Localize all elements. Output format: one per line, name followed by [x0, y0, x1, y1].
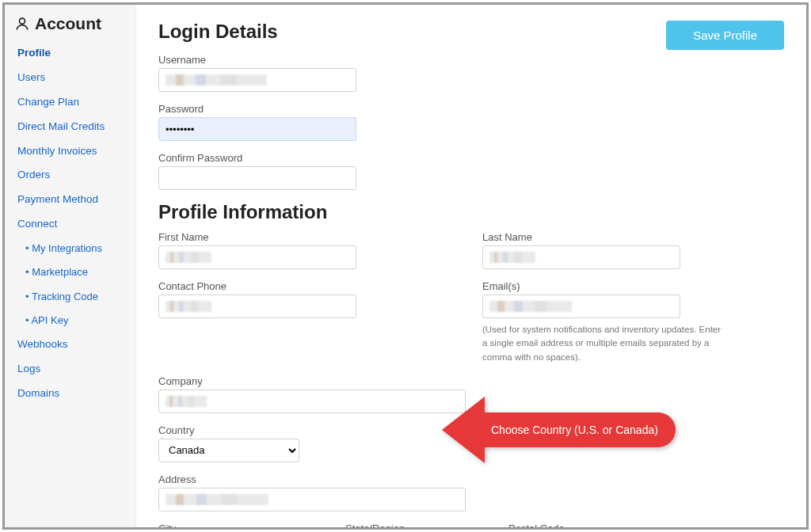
postal-group: Postal Code [508, 522, 627, 527]
first-name-label: First Name [158, 231, 460, 243]
sidebar-item-domains[interactable]: Domains [5, 382, 135, 406]
sidebar-item-payment-method[interactable]: Payment Method [5, 188, 135, 212]
password-label: Password [158, 103, 784, 115]
password-input[interactable] [158, 117, 356, 141]
sidebar-subitem-my-integrations[interactable]: My Integrations [5, 237, 135, 260]
account-icon [14, 15, 30, 32]
profile-information-heading: Profile Information [158, 201, 784, 223]
city-group: City [158, 522, 323, 527]
company-input[interactable] [158, 390, 466, 413]
app-frame: Account Profile Users Change Plan Direct… [2, 2, 809, 530]
emails-group: Email(s) (Used for system notifications … [482, 280, 784, 364]
sidebar-item-users[interactable]: Users [5, 66, 135, 90]
first-name-group: First Name [158, 231, 460, 269]
last-name-label: Last Name [482, 231, 784, 243]
sidebar: Account Profile Users Change Plan Direct… [5, 5, 136, 527]
svg-point-0 [20, 18, 25, 24]
sidebar-item-logs[interactable]: Logs [5, 357, 135, 382]
country-group: Country Canada [158, 424, 784, 462]
confirm-password-group: Confirm Password [158, 152, 784, 190]
username-input[interactable] [158, 68, 356, 92]
country-label: Country [158, 424, 784, 436]
contact-phone-label: Contact Phone [158, 280, 460, 292]
sidebar-item-profile[interactable]: Profile [5, 41, 135, 66]
contact-phone-group: Contact Phone [158, 280, 460, 364]
country-select[interactable]: Canada [158, 439, 299, 462]
sidebar-subitem-marketplace[interactable]: Marketplace [5, 260, 135, 284]
last-name-input[interactable] [482, 245, 680, 269]
address-input[interactable] [158, 488, 466, 511]
sidebar-item-change-plan[interactable]: Change Plan [5, 90, 135, 115]
address-label: Address [158, 473, 784, 485]
emails-help-text: (Used for system notifications and inven… [482, 323, 728, 364]
first-name-input[interactable] [158, 245, 356, 269]
main-content: Save Profile Login Details Username Pass… [136, 5, 806, 527]
sidebar-item-connect[interactable]: Connect [5, 212, 135, 237]
confirm-password-label: Confirm Password [158, 152, 784, 164]
save-profile-button[interactable]: Save Profile [666, 21, 784, 50]
state-label: State/Region [345, 522, 486, 527]
postal-label: Postal Code [508, 522, 627, 527]
sidebar-item-orders[interactable]: Orders [5, 163, 135, 188]
contact-phone-input[interactable] [158, 294, 356, 318]
emails-label: Email(s) [482, 280, 784, 292]
sidebar-item-webhooks[interactable]: Webhooks [5, 332, 135, 357]
confirm-password-input[interactable] [158, 166, 356, 190]
sidebar-item-direct-mail-credits[interactable]: Direct Mail Credits [5, 115, 135, 139]
address-group: Address [158, 473, 784, 511]
username-label: Username [158, 54, 784, 66]
sidebar-title: Account [35, 14, 101, 33]
sidebar-header: Account [5, 11, 135, 41]
emails-input[interactable] [482, 294, 680, 318]
company-group: Company [158, 375, 784, 413]
sidebar-item-monthly-invoices[interactable]: Monthly Invoices [5, 139, 135, 164]
city-label: City [158, 522, 323, 527]
sidebar-subitem-tracking-code[interactable]: Tracking Code [5, 285, 135, 309]
state-group: State/Region [345, 522, 486, 527]
last-name-group: Last Name [482, 231, 784, 269]
sidebar-subitem-api-key[interactable]: API Key [5, 309, 135, 332]
username-group: Username [158, 54, 784, 92]
password-group: Password [158, 103, 784, 141]
company-label: Company [158, 375, 784, 387]
